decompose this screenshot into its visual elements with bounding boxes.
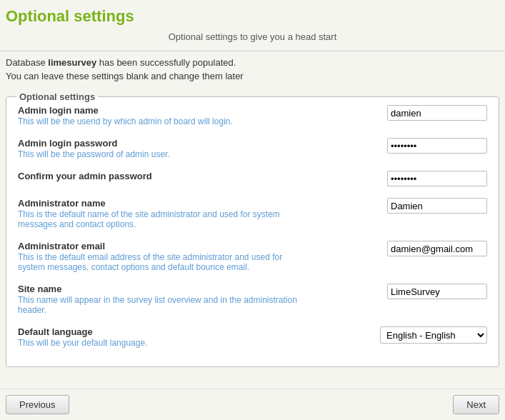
spacer-row-3 [16, 232, 489, 238]
administrator-email-input[interactable] [387, 241, 487, 256]
field-desc-admin-login-name: This will be the userid by which admin o… [18, 116, 299, 126]
field-desc-site-name: This name will appear in the survey list… [18, 295, 299, 315]
spacer-row-2 [16, 189, 489, 195]
administrator-name-input[interactable] [387, 198, 487, 214]
input-cell-admin-login-password [300, 135, 489, 162]
label-cell-site-name: Site nameThis name will appear in the su… [16, 281, 300, 318]
fieldset-legend: Optional settings [16, 91, 98, 102]
admin-login-password-input[interactable] [387, 138, 487, 154]
input-cell-default-language: English - EnglishFrench - FrançaisGerman… [300, 324, 489, 351]
form-row-admin-login-name: Admin login nameThis will be the userid … [16, 102, 489, 129]
form-row-site-name: Site nameThis name will appear in the su… [16, 281, 489, 318]
label-cell-default-language: Default languageThis will be your defaul… [16, 324, 300, 351]
label-cell-administrator-email: Administrator emailThis is the default e… [16, 238, 300, 275]
previous-button[interactable]: Previous [6, 395, 69, 414]
site-name-input[interactable] [387, 284, 487, 299]
field-desc-default-language: This will be your default language. [18, 338, 299, 348]
confirm-admin-password-input[interactable] [387, 171, 487, 186]
next-button[interactable]: Next [453, 395, 499, 414]
field-label-admin-login-password: Admin login password [18, 138, 299, 149]
form-row-administrator-name: Administrator nameThis is the default na… [16, 195, 489, 232]
footer-nav: Previous Next [0, 389, 505, 420]
blank-message: You can leave these settings blank and c… [6, 71, 499, 81]
field-desc-administrator-name: This is the default name of the site adm… [18, 209, 299, 229]
field-label-admin-login-name: Admin login name [18, 105, 299, 116]
spacer-row-0 [16, 129, 489, 135]
input-cell-administrator-name [300, 195, 489, 232]
field-label-confirm-admin-password: Confirm your admin password [18, 171, 299, 181]
db-name: limesurvey [48, 57, 96, 68]
spacer-row-5 [16, 318, 489, 324]
admin-login-name-input[interactable] [387, 105, 487, 121]
page-wrapper: Optional settings Optional settings to g… [0, 0, 505, 420]
db-message-post: has been successfully populated. [96, 57, 236, 68]
info-section: Database limesurvey has been successfull… [0, 51, 505, 87]
page-title: Optional settings [6, 7, 499, 26]
db-success-message: Database limesurvey has been successfull… [6, 57, 499, 68]
form-row-confirm-admin-password: Confirm your admin password [16, 168, 489, 189]
field-desc-admin-login-password: This will be the password of admin user. [18, 149, 299, 159]
label-cell-confirm-admin-password: Confirm your admin password [16, 168, 300, 189]
input-cell-confirm-admin-password [300, 168, 489, 189]
label-cell-admin-login-password: Admin login passwordThis will be the pas… [16, 135, 300, 162]
input-cell-administrator-email [300, 238, 489, 275]
form-row-default-language: Default languageThis will be your defaul… [16, 324, 489, 351]
field-label-site-name: Site name [18, 284, 299, 294]
db-message-pre: Database [6, 57, 48, 68]
form-row-administrator-email: Administrator emailThis is the default e… [16, 238, 489, 275]
form-row-admin-login-password: Admin login passwordThis will be the pas… [16, 135, 489, 162]
field-label-administrator-email: Administrator email [18, 241, 299, 251]
field-label-administrator-name: Administrator name [18, 198, 299, 209]
default-language-select[interactable]: English - EnglishFrench - FrançaisGerman… [380, 326, 487, 344]
spacer-row-6 [16, 351, 489, 356]
label-cell-administrator-name: Administrator nameThis is the default na… [16, 195, 300, 232]
optional-settings-fieldset: Optional settings Admin login nameThis w… [6, 91, 499, 367]
input-cell-site-name [300, 281, 489, 318]
field-label-default-language: Default language [18, 326, 299, 337]
spacer-row-1 [16, 162, 489, 168]
spacer-row-4 [16, 275, 489, 281]
field-desc-administrator-email: This is the default email address of the… [18, 252, 299, 272]
label-cell-admin-login-name: Admin login nameThis will be the userid … [16, 102, 300, 129]
input-cell-admin-login-name [300, 102, 489, 129]
header-section: Optional settings Optional settings to g… [0, 0, 505, 51]
page-subtitle: Optional settings to give you a head sta… [6, 29, 499, 46]
form-table: Admin login nameThis will be the userid … [16, 102, 489, 356]
